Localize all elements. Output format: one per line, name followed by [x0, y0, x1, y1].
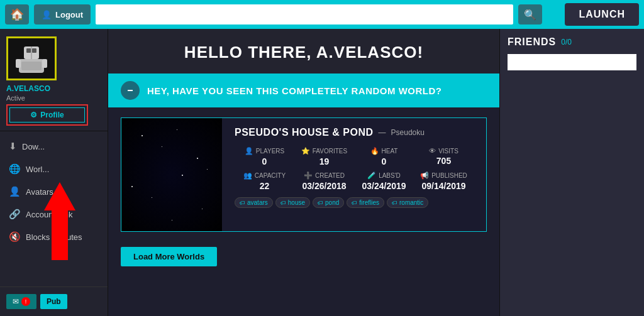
hello-banner: HELLO THERE, A.VELASCO!	[108, 29, 499, 74]
fire-icon: 🔥	[370, 147, 379, 155]
right-panel: FRIENDS 0/0	[499, 29, 644, 316]
messages-button[interactable]: ✉ !	[6, 294, 36, 309]
world-thumbnail	[121, 118, 222, 231]
stat-published-label: 📢 PUBLISHED	[414, 172, 474, 180]
plus-icon: ➕	[304, 172, 313, 180]
username-label: A.VELASCO	[6, 84, 101, 93]
link-icon: 🔗	[9, 209, 21, 220]
active-label: Active	[6, 94, 101, 102]
random-world-icon	[121, 81, 140, 100]
star-dot	[197, 158, 198, 159]
stat-visits-label: 👁 VISITS	[414, 147, 474, 155]
world-title-row: PSEUDO'S HOUSE & POND — Pseudoku	[235, 127, 474, 138]
star-dot	[131, 186, 133, 187]
tag-pond[interactable]: pond	[313, 197, 344, 208]
random-world-banner[interactable]: HEY, HAVE YOU SEEN THIS COMPLETELY RANDO…	[108, 74, 499, 107]
world-author: Pseudoku	[391, 128, 425, 137]
stat-capacity: 👥 CAPACITY 22	[235, 172, 294, 191]
star-dot	[162, 146, 162, 147]
stat-created: ➕ CREATED 03/26/2018	[294, 172, 354, 191]
stat-favorites: ⭐ FAVORITES 19	[294, 147, 354, 166]
search-input[interactable]	[96, 4, 513, 25]
star-icon: ⭐	[301, 147, 310, 155]
players-icon: 👤	[245, 147, 253, 155]
avatar-wrapper	[6, 36, 57, 80]
message-badge: !	[21, 297, 30, 306]
stat-created-label: ➕ CREATED	[294, 172, 354, 180]
launch-label: LAUNCH	[579, 9, 625, 19]
tag-romantic[interactable]: romantic	[387, 197, 428, 208]
svg-rect-7	[42, 59, 47, 68]
minus-circle-icon	[125, 85, 135, 95]
main-content: HELLO THERE, A.VELASCO! HEY, HAVE YOU SE…	[108, 29, 499, 316]
world-stars-bg	[121, 118, 222, 231]
avatar	[9, 39, 53, 78]
search-button[interactable]: 🔍	[518, 4, 542, 25]
star-dot	[152, 197, 152, 198]
random-world-text: HEY, HAVE YOU SEEN THIS COMPLETELY RANDO…	[147, 85, 442, 96]
logout-label: Logout	[55, 10, 83, 19]
pub-label: Pub	[47, 297, 61, 306]
avatar-image	[13, 41, 50, 76]
user-icon: 👤	[42, 10, 52, 19]
world-stats: 👤 PLAYERS 0 ⭐ FAVORITES 19	[235, 147, 474, 191]
stat-labsd-value: 03/24/2019	[354, 181, 414, 191]
star-dot	[202, 209, 203, 209]
svg-rect-2	[32, 48, 36, 53]
stat-published-value: 09/14/2019	[414, 181, 474, 191]
sidebar-bottom-buttons: ✉ ! Pub	[0, 291, 108, 312]
red-arrow-indicator	[38, 182, 82, 266]
sidebar-nav-label-worlds: Worl...	[26, 165, 49, 174]
sidebar-item-downloads[interactable]: ⬇ Dow...	[0, 135, 108, 158]
stat-heat-label: 🔥 HEAT	[354, 147, 414, 155]
world-tags: avatars house pond fireflies romantic	[235, 197, 474, 208]
svg-rect-11	[52, 210, 68, 260]
world-card: PSEUDO'S HOUSE & POND — Pseudoku 👤 PLAYE…	[121, 117, 487, 232]
star-dot	[142, 135, 143, 136]
load-more-label: Load More Worlds	[133, 252, 204, 261]
capacity-icon: 👥	[243, 172, 252, 180]
friends-title: FRIENDS	[508, 36, 556, 48]
home-button[interactable]: 🏠	[5, 4, 29, 25]
tag-fireflies[interactable]: fireflies	[347, 197, 384, 208]
profile-section: A.VELASCO Active ⚙ Profile	[0, 29, 108, 131]
stat-labsd: 🧪 LABS'D 03/24/2019	[354, 172, 414, 191]
friends-search-input[interactable]	[508, 54, 636, 70]
labs-icon: 🧪	[367, 172, 376, 180]
friends-header: FRIENDS 0/0	[508, 36, 636, 48]
stat-heat: 🔥 HEAT 0	[354, 147, 414, 166]
hello-title: HELLO THERE, A.VELASCO!	[127, 43, 480, 62]
svg-rect-9	[128, 90, 133, 91]
logout-button[interactable]: 👤 Logout	[34, 4, 91, 25]
stat-created-value: 03/26/2018	[294, 181, 354, 191]
tag-house[interactable]: house	[275, 197, 310, 208]
stat-players-value: 0	[235, 156, 294, 166]
star-dot	[172, 220, 172, 221]
stat-capacity-label: 👥 CAPACITY	[235, 172, 294, 180]
pub-button[interactable]: Pub	[40, 294, 67, 309]
load-more-button[interactable]: Load More Worlds	[121, 247, 217, 266]
arrow-svg	[38, 182, 82, 264]
globe-icon: 🌐	[9, 163, 21, 175]
gear-icon: ⚙	[30, 111, 37, 119]
profile-btn-wrapper: ⚙ Profile	[6, 104, 88, 126]
sidebar-item-worlds[interactable]: 🌐 Worl...	[0, 158, 108, 180]
stat-visits-value: 705	[414, 156, 474, 166]
launch-button[interactable]: LAUNCH	[565, 3, 639, 26]
world-info: PSEUDO'S HOUSE & POND — Pseudoku 👤 PLAYE…	[222, 118, 486, 231]
profile-button[interactable]: ⚙ Profile	[9, 107, 85, 123]
svg-rect-4	[21, 62, 42, 70]
world-title: PSEUDO'S HOUSE & POND	[235, 127, 374, 138]
stat-players: 👤 PLAYERS 0	[235, 147, 294, 166]
stat-heat-value: 0	[354, 156, 414, 166]
stat-players-label: 👤 PLAYERS	[235, 147, 294, 155]
top-navbar: 🏠 👤 Logout 🔍 LAUNCH	[0, 0, 644, 29]
sidebar: A.VELASCO Active ⚙ Profile ⬇ Dow... 🌐 Wo…	[0, 29, 108, 316]
tag-avatars[interactable]: avatars	[235, 197, 273, 208]
star-dot	[177, 129, 177, 130]
world-separator: —	[379, 128, 386, 137]
svg-marker-10	[44, 182, 75, 210]
download-icon: ⬇	[9, 141, 17, 152]
profile-btn-label: Profile	[40, 111, 64, 119]
svg-rect-1	[26, 48, 31, 53]
